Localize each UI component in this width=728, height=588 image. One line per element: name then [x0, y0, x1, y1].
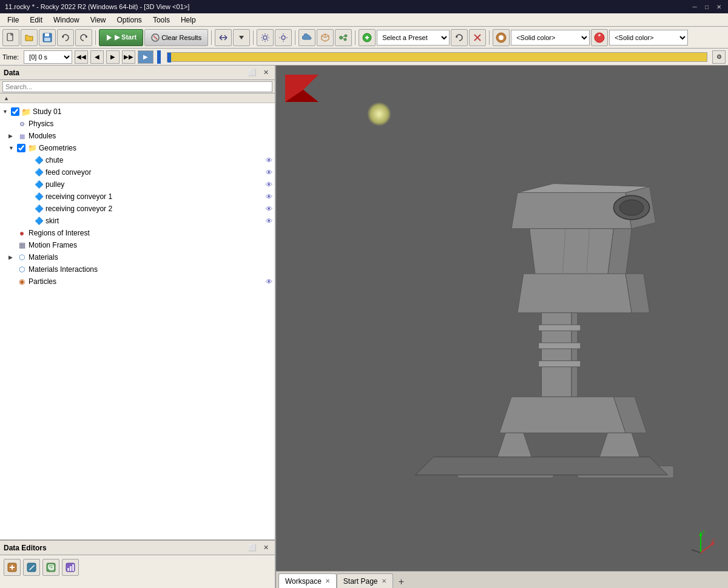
cloud-button[interactable]	[298, 29, 315, 46]
tree-item-regions[interactable]: ● Regions of Interest	[0, 227, 275, 239]
preset-select[interactable]: Select a Preset	[377, 30, 450, 46]
editors-maximize-icon[interactable]: ⬜	[247, 542, 258, 553]
tree-checkbox-study01[interactable]	[11, 107, 19, 116]
time-select[interactable]: [0] 0 s	[24, 50, 72, 64]
menu-edit[interactable]: Edit	[25, 15, 47, 25]
eye-icon-pulley[interactable]: 👁	[266, 181, 272, 188]
eye-icon-particles[interactable]: 👁	[266, 278, 272, 285]
molecule-button[interactable]	[335, 29, 352, 46]
tree-item-modules[interactable]: ▶ ▦ Modules	[0, 130, 275, 142]
data-search-bar	[0, 80, 275, 93]
settings1-button[interactable]	[257, 29, 274, 46]
time-prev[interactable]: ◀	[90, 50, 104, 64]
time-play[interactable]: ▶	[138, 50, 153, 64]
menu-tools[interactable]: Tools	[148, 15, 175, 25]
svg-marker-6	[107, 35, 112, 41]
tab-workspace[interactable]: Workspace ✕	[278, 573, 337, 588]
particle-icon-particles: ◉	[17, 277, 27, 286]
eye-icon-feed-conveyor[interactable]: 👁	[266, 169, 272, 176]
svg-rect-51	[539, 325, 581, 331]
undo-button[interactable]	[57, 29, 74, 46]
menu-file[interactable]: File	[2, 15, 24, 25]
solid-color-select-2[interactable]: <Solid color>	[609, 30, 688, 46]
save-button[interactable]	[39, 29, 56, 46]
tree-collapse-bar[interactable]: ▲	[0, 93, 275, 103]
dropdown-arrow[interactable]	[233, 29, 250, 46]
data-editors-controls[interactable]: ⬜ ✕	[247, 542, 271, 553]
gear-icon-physics: ⚙	[17, 119, 27, 129]
time-next[interactable]: ▶	[106, 50, 120, 64]
open-button[interactable]	[21, 29, 38, 46]
editors-close-icon[interactable]: ✕	[260, 542, 271, 553]
tree-label-geometries: Geometries	[39, 144, 76, 152]
arrows-button[interactable]	[215, 29, 232, 46]
title-bar-controls[interactable]: ─ □ ✕	[690, 2, 723, 11]
menu-window[interactable]: Window	[49, 15, 84, 25]
data-close-icon[interactable]: ✕	[260, 67, 271, 78]
editor-add-geometry-btn[interactable]	[4, 559, 21, 576]
tree-item-receiving-conveyor-2[interactable]: 🔷 receiving conveyor 2 👁	[0, 203, 275, 215]
menu-options[interactable]: Options	[112, 15, 147, 25]
add-tab-button[interactable]: +	[396, 576, 408, 588]
tree-item-motion-frames[interactable]: ▦ Motion Frames	[0, 239, 275, 251]
svg-point-13	[345, 35, 347, 37]
tree-item-geometries[interactable]: ▼ 📁 Geometries	[0, 142, 275, 154]
grid-icon-modules: ▦	[17, 131, 27, 141]
svg-point-11	[281, 36, 285, 39]
time-first[interactable]: ◀◀	[75, 50, 88, 64]
tab-start-page-close[interactable]: ✕	[382, 578, 386, 584]
data-panel-controls[interactable]: ⬜ ✕	[247, 67, 271, 78]
tree-item-particles[interactable]: ◉ Particles 👁	[0, 275, 275, 288]
editor-chart-btn[interactable]	[62, 559, 79, 576]
svg-rect-2	[45, 33, 49, 36]
tree-checkbox-geometries[interactable]	[17, 144, 25, 152]
menu-help[interactable]: Help	[176, 15, 201, 25]
tree-item-pulley[interactable]: 🔷 pulley 👁	[0, 178, 275, 191]
svg-marker-45	[530, 228, 614, 276]
eye-icon-skirt[interactable]: 👁	[266, 217, 272, 225]
palette2-button[interactable]	[591, 29, 608, 46]
tree-item-physics[interactable]: ⚙ Physics	[0, 118, 275, 130]
collapse-arrow[interactable]: ▲	[4, 95, 9, 101]
tree-item-feed-conveyor[interactable]: 🔷 feed conveyor 👁	[0, 166, 275, 178]
minimize-btn[interactable]: ─	[690, 2, 699, 11]
tree-item-chute[interactable]: 🔷 chute 👁	[0, 154, 275, 166]
tab-start-page[interactable]: Start Page ✕	[337, 573, 393, 588]
cube-button[interactable]	[317, 29, 334, 46]
tree-item-skirt[interactable]: 🔷 skirt 👁	[0, 215, 275, 227]
preset-refresh[interactable]	[451, 29, 468, 46]
editor-copy-btn[interactable]	[42, 559, 59, 576]
tree-item-materials[interactable]: ▶ ⬡ Materials	[0, 251, 275, 263]
tree-item-receiving-conveyor-1[interactable]: 🔷 receiving conveyor 1 👁	[0, 191, 275, 203]
editor-edit-btn[interactable]	[23, 559, 40, 576]
close-btn[interactable]: ✕	[715, 2, 723, 11]
menu-view[interactable]: View	[86, 15, 111, 25]
add-button[interactable]	[359, 29, 376, 46]
svg-marker-9	[239, 36, 244, 39]
redo-button[interactable]	[75, 29, 92, 46]
tree-item-materials-interactions[interactable]: ⬡ Materials Interactions	[0, 263, 275, 275]
viewport-canvas[interactable]: Z X	[276, 66, 728, 571]
settings2-button[interactable]	[275, 29, 292, 46]
eye-icon-rec-conv-2[interactable]: 👁	[266, 205, 272, 212]
svg-line-15	[342, 36, 345, 38]
time-position-indicator	[157, 50, 161, 64]
data-search-input[interactable]	[2, 81, 272, 92]
solid-color-select-1[interactable]: <Solid color>	[511, 30, 590, 46]
new-button[interactable]	[2, 29, 19, 46]
time-last[interactable]: ▶▶	[122, 50, 135, 64]
tab-workspace-close[interactable]: ✕	[325, 578, 330, 584]
maximize-btn[interactable]: □	[703, 2, 711, 11]
time-settings[interactable]: ⚙	[712, 50, 726, 64]
tree-item-study01[interactable]: ▼ 📁 Study 01	[0, 106, 275, 118]
preset-delete[interactable]	[469, 29, 486, 46]
conveyor-svg	[397, 179, 698, 495]
eye-icon-rec-conv-1[interactable]: 👁	[266, 193, 272, 200]
eye-icon-chute[interactable]: 👁	[266, 157, 272, 164]
palette-button[interactable]	[493, 29, 510, 46]
3d-model-area	[397, 114, 698, 559]
time-slider[interactable]	[167, 52, 707, 62]
start-button[interactable]: ▶ Start	[99, 29, 143, 46]
data-maximize-icon[interactable]: ⬜	[247, 67, 258, 78]
clear-button[interactable]: Clear Results	[144, 29, 208, 46]
